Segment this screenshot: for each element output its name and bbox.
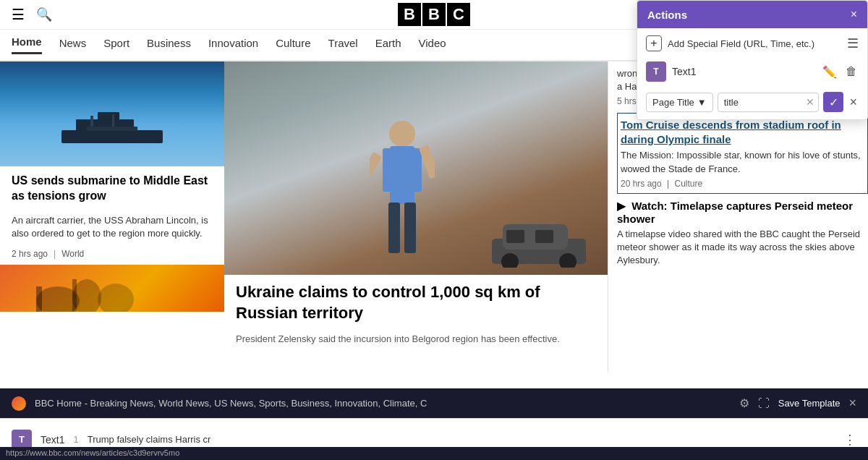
svg-rect-16 [404, 203, 416, 253]
car-svg [485, 210, 593, 268]
main-sub: President Zelensky said the incursion in… [224, 331, 608, 347]
watch-title-text: Watch: Timelapse captures Perseid meteor… [617, 200, 853, 225]
field-confirm-button[interactable]: ✓ [823, 92, 843, 112]
svg-rect-24 [535, 230, 553, 243]
field-cancel-button[interactable]: × [848, 93, 859, 111]
actions-header: Actions × [637, 1, 867, 28]
text1-delete-button[interactable]: 🗑 [844, 64, 859, 80]
play-icon: ▶ [617, 200, 626, 212]
svg-rect-10 [72, 279, 77, 312]
meta-dot: | [54, 249, 56, 259]
actions-panel: Actions × + Add Special Field (URL, Time… [637, 0, 868, 120]
actions-body: + Add Special Field (URL, Time, etc.) ☰ … [637, 28, 867, 119]
add-special-label: Add Special Field (URL, Time, etc.) [668, 38, 841, 49]
right-article-tom: Tom Cruise descends from stadium roof in… [617, 113, 868, 193]
svg-rect-13 [383, 148, 393, 192]
bbc-logo[interactable]: B B C [398, 3, 470, 26]
bottom-bar-icons: ⚙ ⛶ [739, 396, 770, 410]
text1-row: T Text1 ✏️ 🗑 [646, 59, 859, 85]
svg-rect-15 [388, 203, 400, 253]
bottom-bar: BBC Home - Breaking News, World News, US… [0, 388, 868, 418]
tom-meta-dot: | [667, 179, 669, 189]
tom-cruise-text: The Mission: Impossible star, known for … [621, 149, 864, 175]
field-value-input[interactable] [718, 93, 820, 112]
field-input-wrap: ✕ [718, 93, 820, 112]
expand-icon[interactable]: ⛶ [758, 397, 770, 410]
actions-title: Actions [647, 9, 687, 21]
row-preview: Trump falsely claims Harris cr [88, 434, 835, 445]
field-row: Page Title ▼ ✕ ✓ × [646, 92, 859, 112]
nav-earth[interactable]: Earth [375, 37, 401, 54]
field-clear-button[interactable]: ✕ [806, 96, 814, 108]
add-special-icon: + [646, 35, 662, 51]
status-url: https://www.bbc.com/news/articles/c3d9er… [6, 448, 179, 457]
left-top-category: World [61, 249, 84, 259]
bottom-text1-label: Text1 [41, 434, 64, 446]
watch-article: ▶ Watch: Timelapse captures Perseid mete… [617, 194, 868, 273]
row-number: 1 [73, 434, 78, 445]
middle-panel: Ukraine claims to control 1,000 sq km of… [224, 61, 608, 372]
svg-rect-2 [98, 112, 119, 121]
tom-cruise-title[interactable]: Tom Cruise descends from stadium roof in… [621, 118, 864, 146]
nav-sport[interactable]: Sport [103, 37, 129, 54]
watch-title[interactable]: ▶ Watch: Timelapse captures Perseid mete… [617, 200, 868, 225]
svg-point-11 [389, 121, 415, 147]
field-type-label: Page Title [652, 97, 694, 108]
nav-home[interactable]: Home [12, 35, 42, 54]
add-special-menu-icon[interactable]: ☰ [847, 35, 859, 51]
actions-close-button[interactable]: × [851, 8, 857, 21]
ocean-background [0, 61, 224, 166]
tom-cruise-time: 20 hrs ago [621, 179, 662, 189]
nav-innovation[interactable]: Innovation [208, 37, 258, 54]
left-top-time: 2 hrs ago [12, 249, 48, 259]
add-special-row: + Add Special Field (URL, Time, etc.) ☰ [646, 35, 859, 51]
carrier-image [0, 61, 224, 166]
nav-culture[interactable]: Culture [276, 37, 310, 54]
svg-rect-9 [36, 286, 42, 312]
save-template-button[interactable]: Save Template [778, 398, 841, 409]
svg-rect-12 [390, 146, 414, 204]
bbc-logo-c: C [447, 3, 470, 26]
ship-svg [47, 108, 177, 152]
text1-edit-button[interactable]: ✏️ [821, 64, 838, 80]
text1-action-buttons: ✏️ 🗑 [821, 64, 859, 80]
left-top-excerpt: An aircraft carrier, the USS Abraham Lin… [0, 211, 224, 246]
bottom-bar-favicon [12, 396, 26, 411]
main-headline[interactable]: Ukraine claims to control 1,000 sq km of… [224, 275, 608, 331]
svg-rect-23 [506, 230, 524, 243]
tom-cruise-meta: 20 hrs ago | Culture [621, 179, 864, 189]
svg-rect-14 [412, 148, 422, 192]
svg-rect-0 [61, 130, 163, 143]
text1-badge: T [646, 61, 666, 82]
bbc-logo-b2: B [422, 3, 446, 26]
hamburger-icon[interactable]: ☰ [12, 6, 25, 23]
destroyed-background [224, 61, 608, 275]
tom-cruise-category: Culture [675, 179, 703, 189]
settings-icon[interactable]: ⚙ [739, 396, 749, 410]
main-article-image [224, 61, 608, 275]
nav-travel[interactable]: Travel [328, 37, 358, 54]
watch-text: A timelapse video shared with the BBC ca… [617, 228, 868, 268]
row-menu-button[interactable]: ⋮ [843, 432, 856, 448]
bottom-bar-close-button[interactable]: × [848, 396, 856, 411]
fire-background [0, 265, 224, 312]
fire-svg [0, 265, 224, 312]
nav-video[interactable]: Video [419, 37, 446, 54]
left-top-meta: 2 hrs ago | World [0, 246, 224, 265]
nav-news[interactable]: News [59, 37, 87, 54]
nav-business[interactable]: Business [147, 37, 191, 54]
bottom-left-image [0, 265, 224, 312]
person-svg [370, 108, 435, 275]
svg-rect-5 [87, 127, 137, 131]
text1-name: Text1 [672, 66, 815, 77]
chevron-down-icon: ▼ [697, 97, 707, 108]
svg-rect-17 [370, 152, 382, 185]
search-icon[interactable]: 🔍 [36, 7, 52, 22]
bbc-logo-b: B [398, 3, 421, 26]
svg-point-8 [98, 284, 134, 312]
left-top-headline[interactable]: US sends submarine to Middle East as ten… [0, 166, 224, 211]
header-left: ☰ 🔍 [12, 6, 52, 23]
status-bar: https://www.bbc.com/news/articles/c3d9er… [0, 447, 868, 460]
field-type-select[interactable]: Page Title ▼ [646, 93, 713, 112]
bottom-bar-url: BBC Home - Breaking News, World News, US… [35, 398, 731, 409]
